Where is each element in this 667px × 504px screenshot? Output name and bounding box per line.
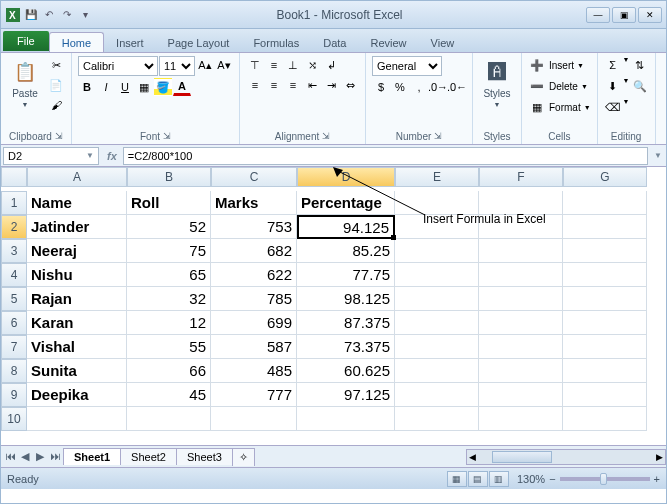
col-header-D[interactable]: D bbox=[297, 167, 395, 187]
cell-G9[interactable] bbox=[563, 383, 647, 407]
cell-E8[interactable] bbox=[395, 359, 479, 383]
tab-view[interactable]: View bbox=[419, 33, 467, 52]
tab-data[interactable]: Data bbox=[311, 33, 358, 52]
cell-B10[interactable] bbox=[127, 407, 211, 431]
cell-G8[interactable] bbox=[563, 359, 647, 383]
decrease-indent-icon[interactable]: ⇤ bbox=[303, 76, 321, 94]
qat-dropdown-icon[interactable]: ▾ bbox=[77, 7, 93, 23]
find-select-icon[interactable]: 🔍 bbox=[631, 77, 649, 95]
copy-icon[interactable]: 📄 bbox=[47, 76, 65, 94]
cell-C7[interactable]: 587 bbox=[211, 335, 297, 359]
cell-B2[interactable]: 52 bbox=[127, 215, 211, 239]
maximize-button[interactable]: ▣ bbox=[612, 7, 636, 23]
format-painter-icon[interactable]: 🖌 bbox=[47, 96, 65, 114]
cell-B9[interactable]: 45 bbox=[127, 383, 211, 407]
col-header-G[interactable]: G bbox=[563, 167, 647, 187]
cell-E4[interactable] bbox=[395, 263, 479, 287]
cell-A6[interactable]: Karan bbox=[27, 311, 127, 335]
redo-icon[interactable]: ↷ bbox=[59, 7, 75, 23]
cell-G3[interactable] bbox=[563, 239, 647, 263]
row-header-1[interactable]: 1 bbox=[1, 191, 27, 215]
prev-sheet-icon[interactable]: ◀ bbox=[18, 450, 32, 463]
cell-C1[interactable]: Marks bbox=[211, 191, 297, 215]
launcher-icon[interactable]: ⇲ bbox=[434, 131, 442, 142]
cell-D7[interactable]: 73.375 bbox=[297, 335, 395, 359]
col-header-F[interactable]: F bbox=[479, 167, 563, 187]
tab-review[interactable]: Review bbox=[358, 33, 418, 52]
formula-input[interactable]: =C2/800*100 bbox=[123, 147, 648, 165]
number-format-combo[interactable]: General bbox=[372, 56, 442, 76]
save-icon[interactable]: 💾 bbox=[23, 7, 39, 23]
tab-file[interactable]: File bbox=[3, 31, 49, 51]
cell-D4[interactable]: 77.75 bbox=[297, 263, 395, 287]
cell-A10[interactable] bbox=[27, 407, 127, 431]
cell-G1[interactable] bbox=[563, 191, 647, 215]
cell-E3[interactable] bbox=[395, 239, 479, 263]
fx-icon[interactable]: fx bbox=[107, 150, 117, 162]
cell-D10[interactable] bbox=[297, 407, 395, 431]
cell-C9[interactable]: 777 bbox=[211, 383, 297, 407]
close-button[interactable]: ✕ bbox=[638, 7, 662, 23]
sheet-tab-3[interactable]: Sheet3 bbox=[176, 448, 233, 465]
expand-formula-icon[interactable]: ▼ bbox=[650, 151, 666, 160]
currency-icon[interactable]: $ bbox=[372, 78, 390, 96]
cell-A7[interactable]: Vishal bbox=[27, 335, 127, 359]
cell-C6[interactable]: 699 bbox=[211, 311, 297, 335]
cell-G7[interactable] bbox=[563, 335, 647, 359]
cell-G4[interactable] bbox=[563, 263, 647, 287]
cell-D5[interactable]: 98.125 bbox=[297, 287, 395, 311]
row-header-4[interactable]: 4 bbox=[1, 263, 27, 287]
cell-D3[interactable]: 85.25 bbox=[297, 239, 395, 263]
clear-icon[interactable]: ⌫ bbox=[604, 98, 622, 116]
page-layout-view-icon[interactable]: ▤ bbox=[468, 471, 488, 487]
format-cells-icon[interactable]: ▦ bbox=[528, 98, 546, 116]
align-top-icon[interactable]: ⊤ bbox=[246, 56, 264, 74]
launcher-icon[interactable]: ⇲ bbox=[163, 131, 171, 142]
col-header-C[interactable]: C bbox=[211, 167, 297, 187]
fill-color-icon[interactable]: 🪣 bbox=[154, 78, 172, 96]
align-right-icon[interactable]: ≡ bbox=[284, 76, 302, 94]
sort-filter-icon[interactable]: ⇅ bbox=[631, 56, 649, 74]
page-break-view-icon[interactable]: ▥ bbox=[489, 471, 509, 487]
italic-button[interactable]: I bbox=[97, 78, 115, 96]
merge-icon[interactable]: ⇔ bbox=[341, 76, 359, 94]
cell-A8[interactable]: Sunita bbox=[27, 359, 127, 383]
shrink-font-icon[interactable]: A▾ bbox=[215, 56, 233, 74]
cell-C2[interactable]: 753 bbox=[211, 215, 297, 239]
sheet-tab-2[interactable]: Sheet2 bbox=[120, 448, 177, 465]
cell-G2[interactable] bbox=[563, 215, 647, 239]
cell-C10[interactable] bbox=[211, 407, 297, 431]
worksheet[interactable]: ABCDEFG1NameRollMarksPercentage2Jatinder… bbox=[1, 167, 666, 445]
tab-insert[interactable]: Insert bbox=[104, 33, 156, 52]
cell-B5[interactable]: 32 bbox=[127, 287, 211, 311]
align-middle-icon[interactable]: ≡ bbox=[265, 56, 283, 74]
zoom-level[interactable]: 130% bbox=[517, 473, 545, 485]
bold-button[interactable]: B bbox=[78, 78, 96, 96]
sheet-tab-1[interactable]: Sheet1 bbox=[63, 448, 121, 465]
cell-F3[interactable] bbox=[479, 239, 563, 263]
cell-E9[interactable] bbox=[395, 383, 479, 407]
row-header-5[interactable]: 5 bbox=[1, 287, 27, 311]
align-left-icon[interactable]: ≡ bbox=[246, 76, 264, 94]
launcher-icon[interactable]: ⇲ bbox=[322, 131, 330, 142]
cell-C8[interactable]: 485 bbox=[211, 359, 297, 383]
cell-D6[interactable]: 87.375 bbox=[297, 311, 395, 335]
first-sheet-icon[interactable]: ⏮ bbox=[3, 450, 17, 463]
cell-F8[interactable] bbox=[479, 359, 563, 383]
col-header-E[interactable]: E bbox=[395, 167, 479, 187]
cell-D2[interactable]: 94.125 bbox=[297, 215, 395, 239]
col-header-B[interactable]: B bbox=[127, 167, 211, 187]
cell-E10[interactable] bbox=[395, 407, 479, 431]
cell-C5[interactable]: 785 bbox=[211, 287, 297, 311]
styles-button[interactable]: 🅰 Styles ▼ bbox=[479, 56, 515, 110]
align-center-icon[interactable]: ≡ bbox=[265, 76, 283, 94]
cell-D1[interactable]: Percentage bbox=[297, 191, 395, 215]
cell-E6[interactable] bbox=[395, 311, 479, 335]
cell-D9[interactable]: 97.125 bbox=[297, 383, 395, 407]
cell-B6[interactable]: 12 bbox=[127, 311, 211, 335]
cell-B7[interactable]: 55 bbox=[127, 335, 211, 359]
paste-button[interactable]: 📋 Paste ▼ bbox=[7, 56, 43, 110]
grow-font-icon[interactable]: A▴ bbox=[196, 56, 214, 74]
comma-icon[interactable]: , bbox=[410, 78, 428, 96]
row-header-3[interactable]: 3 bbox=[1, 239, 27, 263]
